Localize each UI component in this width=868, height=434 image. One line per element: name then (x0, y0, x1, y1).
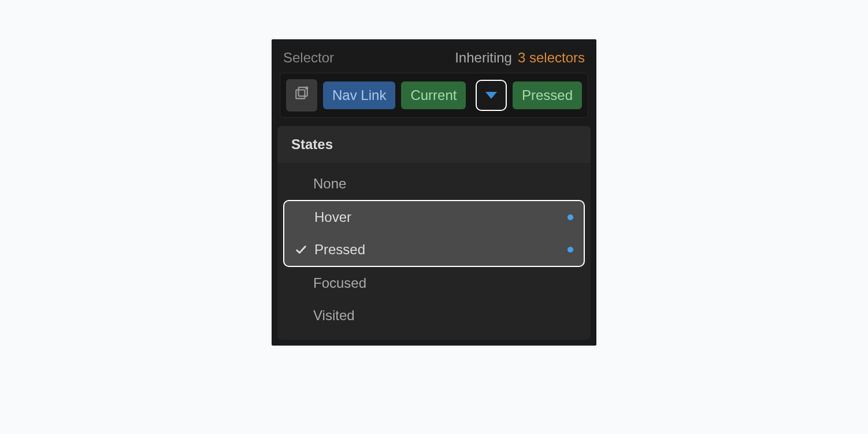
inheriting-count: 3 selectors (518, 50, 585, 66)
style-indicator-dot (567, 247, 573, 253)
states-list: None Hover Pressed (277, 163, 591, 340)
state-label: None (313, 176, 574, 192)
inheriting-label: Inheriting (455, 50, 512, 66)
check-icon (295, 243, 314, 256)
state-label: Hover (314, 209, 567, 225)
states-dropdown-panel: States None Hover Press (277, 126, 591, 340)
state-option-pressed[interactable]: Pressed (284, 233, 584, 266)
state-option-none[interactable]: None (283, 168, 585, 200)
states-highlight-group: Hover Pressed (283, 200, 585, 267)
inheriting-info[interactable]: Inheriting 3 selectors (455, 50, 585, 66)
states-dropdown-button[interactable] (476, 80, 507, 111)
token-label: Pressed (522, 87, 573, 103)
style-selector-panel: Selector Inheriting 3 selectors Nav Link… (272, 39, 596, 346)
state-option-hover[interactable]: Hover (284, 201, 584, 233)
caret-down-icon (485, 92, 497, 99)
state-option-visited[interactable]: Visited (283, 299, 585, 332)
svg-point-2 (305, 87, 308, 90)
svg-rect-0 (296, 90, 305, 99)
state-option-focused[interactable]: Focused (283, 267, 585, 299)
selector-title: Selector (283, 50, 334, 66)
state-label: Focused (313, 275, 574, 291)
state-token-current[interactable]: Current (401, 81, 466, 109)
token-label: Current (410, 87, 457, 103)
element-icon (294, 86, 309, 105)
state-label: Visited (313, 307, 574, 324)
style-indicator-dot (567, 214, 573, 220)
token-label: Nav Link (332, 87, 386, 103)
selector-token-field[interactable]: Nav Link Current Pressed (280, 73, 588, 118)
class-token-nav-link[interactable]: Nav Link (323, 81, 395, 109)
state-token-pressed[interactable]: Pressed (513, 81, 582, 109)
element-indicator-token[interactable] (286, 79, 317, 112)
selector-header: Selector Inheriting 3 selectors (272, 39, 596, 73)
state-label: Pressed (314, 242, 567, 258)
states-heading: States (277, 126, 591, 163)
